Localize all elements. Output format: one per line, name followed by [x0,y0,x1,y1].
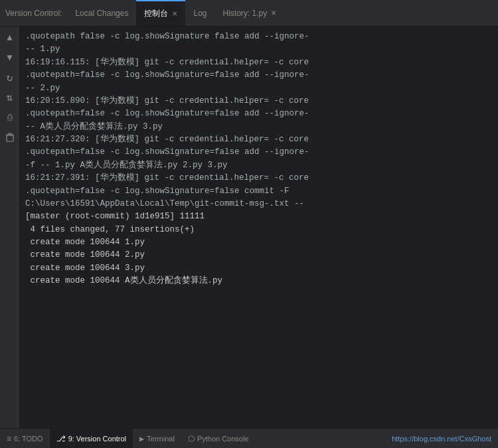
console-line: create mode 100644 3.py [25,262,493,275]
bottom-tab-python-console[interactable]: ⬡ Python Console [181,429,256,448]
print-icon[interactable]: ⎙ [3,110,17,125]
console-line: .quotepath=false -c log.showSignature=fa… [25,108,493,120]
console-line: 16:21:27.391: [华为数模] git -c credential.h… [25,172,493,185]
console-line: create mode 100644 2.py [25,249,493,261]
terminal-icon: ▶ [139,434,144,443]
down-icon[interactable]: ▼ [3,50,17,65]
delete-icon[interactable] [3,130,17,145]
sidebar: ▲ ▼ ↻ ⇅ ⎙ [0,27,20,428]
bottom-tab-todo-label: 6: TODO [14,435,43,443]
console-line: -f -- 1.py A类人员分配贪婪算法.py 2.py 3.py [25,159,493,172]
svg-rect-0 [7,135,13,141]
console-line: .quotepath=false -c log.showSignature=fa… [25,146,493,159]
console-line: -- 1.py [25,43,493,56]
tab-local-changes-label: Local Changes [75,9,128,18]
refresh-icon[interactable]: ↻ [3,70,17,85]
console-line: 16:20:15.890: [华为数模] git -c credential.h… [25,95,493,108]
bottom-tab-terminal[interactable]: ▶ Terminal [133,429,181,448]
todo-icon: ≡ [7,434,11,443]
sort-icon[interactable]: ⇅ [3,90,17,105]
version-control-icon: ⎇ [56,434,66,443]
console-line: create mode 100644 A类人员分配贪婪算法.py [25,275,493,287]
console-line: .quotepath false -c log.showSignature fa… [25,31,493,43]
console-line: 16:19:16.115: [华为数模] git -c credential.h… [25,56,493,69]
console-line: 16:21:27.320: [华为数模] git -c credential.h… [25,133,493,146]
tab-history-close-icon[interactable]: ✕ [271,9,276,17]
python-icon: ⬡ [188,434,195,443]
tab-console-label: 控制台 [144,8,168,19]
tab-log-label: Log [193,9,207,18]
tab-local-changes[interactable]: Local Changes [67,0,136,26]
bottom-tab-version-control[interactable]: ⎇ 9: Version Control [50,429,133,448]
bottom-tab-terminal-label: Terminal [147,435,175,443]
tab-console-close-icon[interactable]: ✕ [172,10,177,17]
tab-log[interactable]: Log [185,0,214,26]
bottom-tab-python-label: Python Console [197,435,249,443]
console-line: -- A类人员分配贪婪算法.py 3.py [25,121,493,133]
console-output: .quotepath false -c log.showSignature fa… [20,27,498,428]
tab-history-label: History: 1.py [222,9,267,18]
tab-history[interactable]: History: 1.py ✕ [214,0,284,26]
console-line: create mode 100644 1.py [25,236,493,249]
console-line: .quotepath=false -c log.showSignature=fa… [25,185,493,198]
tab-bar: Version Control: Local Changes 控制台 ✕ Log… [0,0,498,27]
bottom-bar: ≡ 6: TODO ⎇ 9: Version Control ▶ Termina… [0,428,498,448]
main-area: ▲ ▼ ↻ ⇅ ⎙ .quotepath false -c log.showSi… [0,27,498,428]
bottom-tab-version-control-label: 9: Version Control [68,435,126,443]
bottom-tab-todo[interactable]: ≡ 6: TODO [0,429,50,448]
up-icon[interactable]: ▲ [3,31,17,45]
url-display: https://blog.csdn.net/CxsGhost [392,435,498,443]
console-line: -- 2.py [25,82,493,95]
tab-console[interactable]: 控制台 ✕ [136,0,185,26]
version-control-label: Version Control: [0,9,67,18]
console-line: [master (root-commit) 1d1e915] 11111 [25,210,493,223]
console-line: .quotepath=false -c log.showSignature=fa… [25,69,493,82]
console-line: C:\Users\16591\AppData\Local\Temp\git-co… [25,198,493,210]
console-line: 4 files changed, 77 insertions(+) [25,224,493,236]
